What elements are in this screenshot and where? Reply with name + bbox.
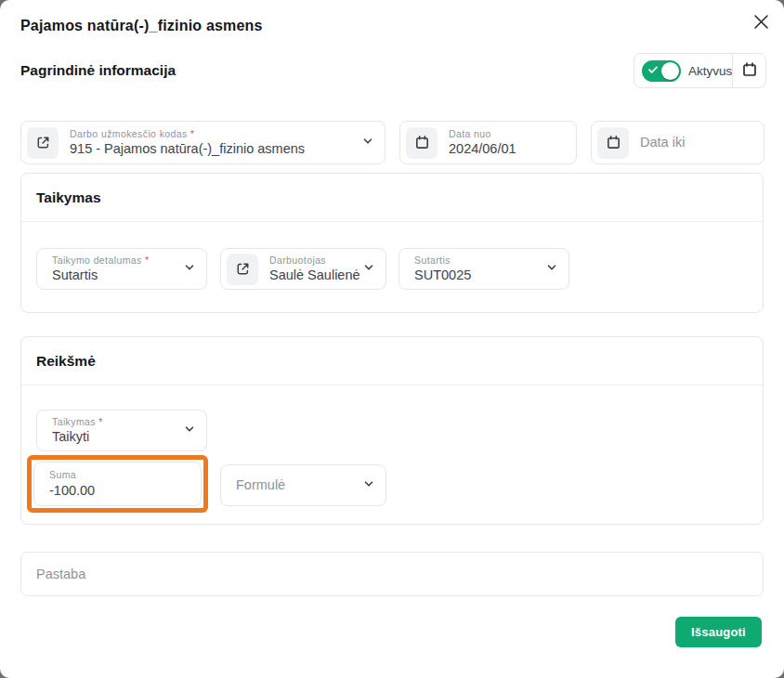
required-asterisk: *: [145, 254, 150, 266]
close-button[interactable]: [745, 7, 777, 39]
field-label: Suma: [49, 469, 95, 481]
field-value: 915 - Pajamos natūra(-)_fizinio asmens: [70, 140, 305, 157]
close-icon: [752, 13, 770, 33]
active-toggle[interactable]: [642, 60, 681, 82]
field-value: Saulė Saulienė: [269, 267, 360, 283]
history-calendar-button[interactable]: [733, 54, 765, 87]
field-placeholder: Formulė: [236, 476, 285, 493]
field-label: Darbo užmokesčio kodas *: [70, 128, 305, 140]
modal-dialog: Pajamos natūra(-)_fizinio asmens Pagrind…: [0, 0, 784, 678]
date-to-field[interactable]: Data iki: [591, 121, 764, 164]
field-value: -100.00: [49, 482, 95, 499]
external-link-icon[interactable]: [227, 254, 258, 285]
amount-input[interactable]: Suma -100.00: [33, 462, 202, 506]
note-field: [20, 552, 764, 596]
field-value: 2024/06/01: [449, 140, 516, 157]
field-placeholder: Data iki: [640, 134, 685, 150]
status-card: Aktyvus: [634, 53, 766, 88]
required-asterisk: *: [190, 128, 195, 139]
formula-select[interactable]: Formulė: [220, 464, 386, 506]
calendar-icon: [741, 61, 758, 81]
highlight-annotation: Suma -100.00: [27, 455, 208, 513]
note-input[interactable]: [21, 553, 763, 595]
apply-select[interactable]: Taikymas * Taikyti: [36, 410, 207, 451]
save-button[interactable]: Išsaugoti: [675, 617, 762, 647]
field-label: Data nuo: [449, 128, 516, 140]
chevron-down-icon: [545, 261, 558, 278]
active-toggle-label: Aktyvus: [688, 64, 732, 78]
required-asterisk: *: [98, 416, 103, 427]
field-label: Darbuotojas: [269, 254, 360, 267]
chevron-down-icon: [362, 261, 375, 278]
application-detail-select[interactable]: Taikymo detalumas * Sutartis: [36, 248, 207, 290]
chevron-down-icon: [362, 477, 375, 494]
employee-select[interactable]: Darbuotojas Saulė Saulienė: [220, 248, 386, 290]
application-section-heading: Taikymas: [21, 174, 763, 222]
field-label: Sutartis: [414, 254, 471, 267]
calendar-icon[interactable]: [597, 127, 629, 159]
field-value: SUT0025: [414, 267, 471, 283]
field-label: Taikymas *: [52, 416, 103, 428]
field-label: Taikymo detalumas *: [52, 254, 150, 267]
chevron-down-icon: [361, 135, 374, 151]
value-section-heading: Reikšmė: [21, 337, 763, 385]
value-section: Reikšmė Taikymas * Taikyti Suma -100.00 …: [20, 336, 764, 525]
modal-title: Pajamos natūra(-)_fizinio asmens: [20, 18, 263, 34]
chevron-down-icon: [183, 261, 196, 278]
date-from-field[interactable]: Data nuo 2024/06/01: [399, 121, 577, 164]
field-value: Taikyti: [52, 428, 103, 445]
contract-select[interactable]: Sutartis SUT0025: [399, 248, 569, 290]
toggle-knob: [661, 62, 679, 80]
main-section-heading: Pagrindinė informacija: [20, 62, 176, 79]
chevron-down-icon: [183, 423, 196, 439]
field-value: Sutartis: [52, 267, 150, 283]
check-icon: [647, 62, 659, 79]
wage-code-select[interactable]: Darbo užmokesčio kodas * 915 - Pajamos n…: [20, 121, 385, 164]
calendar-icon[interactable]: [406, 127, 438, 159]
application-section: Taikymas Taikymo detalumas * Sutartis Da…: [20, 173, 764, 313]
external-link-icon[interactable]: [27, 127, 59, 159]
